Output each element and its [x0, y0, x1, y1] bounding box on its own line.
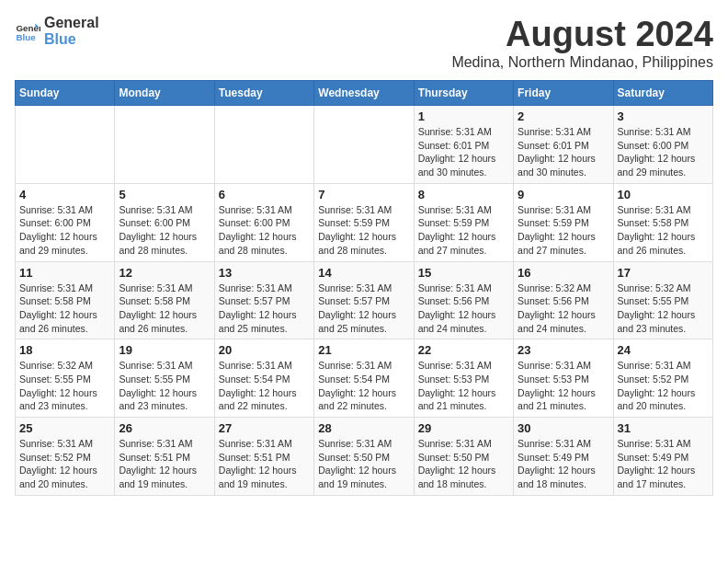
day-number: 5: [119, 188, 210, 201]
header-sunday: Sunday: [16, 81, 115, 106]
day-cell: 27Sunrise: 5:31 AM Sunset: 5:51 PM Dayli…: [214, 418, 313, 496]
week-row-1: 4Sunrise: 5:31 AM Sunset: 6:00 PM Daylig…: [16, 183, 713, 261]
day-number: 29: [418, 421, 509, 435]
day-number: 18: [19, 343, 110, 357]
day-number: 2: [518, 109, 609, 123]
day-number: 13: [219, 266, 310, 280]
day-number: 24: [618, 343, 709, 357]
logo-line2: Blue: [44, 31, 99, 48]
day-cell: 13Sunrise: 5:31 AM Sunset: 5:57 PM Dayli…: [214, 261, 313, 339]
day-detail: Sunrise: 5:31 AM Sunset: 6:00 PM Dayligh…: [19, 203, 110, 258]
day-cell: 17Sunrise: 5:32 AM Sunset: 5:55 PM Dayli…: [613, 261, 712, 339]
day-number: 20: [219, 343, 310, 357]
day-detail: Sunrise: 5:31 AM Sunset: 5:50 PM Dayligh…: [318, 437, 409, 491]
day-detail: Sunrise: 5:31 AM Sunset: 6:00 PM Dayligh…: [119, 203, 210, 258]
day-cell: 2Sunrise: 5:31 AM Sunset: 6:01 PM Daylig…: [514, 106, 613, 184]
week-row-2: 11Sunrise: 5:31 AM Sunset: 5:58 PM Dayli…: [16, 261, 713, 339]
day-cell: 28Sunrise: 5:31 AM Sunset: 5:50 PM Dayli…: [314, 418, 414, 496]
day-detail: Sunrise: 5:31 AM Sunset: 5:52 PM Dayligh…: [618, 359, 709, 413]
day-cell: 23Sunrise: 5:31 AM Sunset: 5:53 PM Dayli…: [514, 339, 613, 418]
day-detail: Sunrise: 5:32 AM Sunset: 5:55 PM Dayligh…: [618, 282, 709, 336]
day-detail: Sunrise: 5:31 AM Sunset: 5:59 PM Dayligh…: [418, 203, 509, 258]
calendar-body: 1Sunrise: 5:31 AM Sunset: 6:01 PM Daylig…: [16, 106, 713, 496]
day-detail: Sunrise: 5:31 AM Sunset: 5:57 PM Dayligh…: [219, 282, 310, 336]
day-detail: Sunrise: 5:31 AM Sunset: 6:01 PM Dayligh…: [418, 125, 509, 179]
day-detail: Sunrise: 5:31 AM Sunset: 5:59 PM Dayligh…: [518, 203, 609, 258]
day-number: 15: [418, 266, 509, 280]
day-cell: 6Sunrise: 5:31 AM Sunset: 6:00 PM Daylig…: [214, 183, 313, 261]
day-number: 19: [119, 343, 210, 357]
day-number: 9: [518, 188, 609, 201]
day-detail: Sunrise: 5:31 AM Sunset: 5:53 PM Dayligh…: [518, 359, 609, 413]
day-number: 14: [318, 266, 409, 280]
day-detail: Sunrise: 5:31 AM Sunset: 6:00 PM Dayligh…: [219, 203, 310, 258]
day-number: 6: [219, 188, 310, 201]
day-detail: Sunrise: 5:31 AM Sunset: 5:56 PM Dayligh…: [418, 282, 509, 336]
day-cell: [314, 106, 414, 184]
calendar-title: August 2024: [451, 15, 713, 54]
day-number: 1: [418, 109, 509, 123]
day-cell: 11Sunrise: 5:31 AM Sunset: 5:58 PM Dayli…: [16, 261, 115, 339]
day-number: 21: [318, 343, 409, 357]
day-number: 11: [19, 266, 110, 280]
day-cell: 9Sunrise: 5:31 AM Sunset: 5:59 PM Daylig…: [514, 183, 613, 261]
header-tuesday: Tuesday: [214, 81, 313, 106]
day-cell: 5Sunrise: 5:31 AM Sunset: 6:00 PM Daylig…: [115, 183, 214, 261]
day-cell: 19Sunrise: 5:31 AM Sunset: 5:55 PM Dayli…: [115, 339, 214, 418]
day-detail: Sunrise: 5:31 AM Sunset: 5:49 PM Dayligh…: [618, 437, 709, 491]
day-detail: Sunrise: 5:31 AM Sunset: 5:58 PM Dayligh…: [19, 282, 110, 336]
day-number: 10: [618, 188, 709, 201]
day-cell: [115, 106, 214, 184]
week-row-3: 18Sunrise: 5:32 AM Sunset: 5:55 PM Dayli…: [16, 339, 713, 418]
week-row-0: 1Sunrise: 5:31 AM Sunset: 6:01 PM Daylig…: [16, 106, 713, 184]
day-cell: 24Sunrise: 5:31 AM Sunset: 5:52 PM Dayli…: [613, 339, 712, 418]
day-cell: 8Sunrise: 5:31 AM Sunset: 5:59 PM Daylig…: [414, 183, 513, 261]
day-cell: 22Sunrise: 5:31 AM Sunset: 5:53 PM Dayli…: [414, 339, 513, 418]
day-cell: 18Sunrise: 5:32 AM Sunset: 5:55 PM Dayli…: [16, 339, 115, 418]
title-block: August 2024 Medina, Northern Mindanao, P…: [451, 15, 713, 71]
day-detail: Sunrise: 5:32 AM Sunset: 5:55 PM Dayligh…: [19, 359, 110, 413]
svg-text:Blue: Blue: [16, 32, 36, 42]
day-cell: 7Sunrise: 5:31 AM Sunset: 5:59 PM Daylig…: [314, 183, 414, 261]
day-number: 8: [418, 188, 509, 201]
day-number: 3: [618, 109, 709, 123]
day-cell: 10Sunrise: 5:31 AM Sunset: 5:58 PM Dayli…: [613, 183, 712, 261]
day-cell: [214, 106, 313, 184]
day-number: 4: [19, 188, 110, 201]
day-detail: Sunrise: 5:31 AM Sunset: 5:57 PM Dayligh…: [318, 282, 409, 336]
day-cell: 16Sunrise: 5:32 AM Sunset: 5:56 PM Dayli…: [514, 261, 613, 339]
day-detail: Sunrise: 5:31 AM Sunset: 5:50 PM Dayligh…: [418, 437, 509, 491]
day-cell: 30Sunrise: 5:31 AM Sunset: 5:49 PM Dayli…: [514, 418, 613, 496]
day-cell: 15Sunrise: 5:31 AM Sunset: 5:56 PM Dayli…: [414, 261, 513, 339]
day-number: 25: [19, 421, 110, 435]
week-row-4: 25Sunrise: 5:31 AM Sunset: 5:52 PM Dayli…: [16, 418, 713, 496]
day-number: 17: [618, 266, 709, 280]
day-number: 16: [518, 266, 609, 280]
day-cell: 20Sunrise: 5:31 AM Sunset: 5:54 PM Dayli…: [214, 339, 313, 418]
day-detail: Sunrise: 5:31 AM Sunset: 5:55 PM Dayligh…: [119, 359, 210, 413]
day-cell: 31Sunrise: 5:31 AM Sunset: 5:49 PM Dayli…: [613, 418, 712, 496]
day-number: 12: [119, 266, 210, 280]
day-cell: 14Sunrise: 5:31 AM Sunset: 5:57 PM Dayli…: [314, 261, 414, 339]
day-detail: Sunrise: 5:31 AM Sunset: 5:52 PM Dayligh…: [19, 437, 110, 491]
day-cell: 3Sunrise: 5:31 AM Sunset: 6:00 PM Daylig…: [613, 106, 712, 184]
day-cell: [16, 106, 115, 184]
header-friday: Friday: [514, 81, 613, 106]
day-number: 30: [518, 421, 609, 435]
day-detail: Sunrise: 5:31 AM Sunset: 6:01 PM Dayligh…: [518, 125, 609, 179]
calendar-table: Sunday Monday Tuesday Wednesday Thursday…: [15, 80, 713, 496]
day-number: 28: [318, 421, 409, 435]
day-cell: 21Sunrise: 5:31 AM Sunset: 5:54 PM Dayli…: [314, 339, 414, 418]
day-cell: 26Sunrise: 5:31 AM Sunset: 5:51 PM Dayli…: [115, 418, 214, 496]
day-detail: Sunrise: 5:31 AM Sunset: 5:58 PM Dayligh…: [119, 282, 210, 336]
day-number: 23: [518, 343, 609, 357]
day-detail: Sunrise: 5:31 AM Sunset: 5:54 PM Dayligh…: [219, 359, 310, 413]
day-detail: Sunrise: 5:31 AM Sunset: 5:51 PM Dayligh…: [119, 437, 210, 491]
day-cell: 29Sunrise: 5:31 AM Sunset: 5:50 PM Dayli…: [414, 418, 513, 496]
day-detail: Sunrise: 5:31 AM Sunset: 5:51 PM Dayligh…: [219, 437, 310, 491]
logo-icon: General Blue: [15, 18, 40, 44]
day-cell: 1Sunrise: 5:31 AM Sunset: 6:01 PM Daylig…: [414, 106, 513, 184]
day-number: 7: [318, 188, 409, 201]
day-number: 26: [119, 421, 210, 435]
day-detail: Sunrise: 5:32 AM Sunset: 5:56 PM Dayligh…: [518, 282, 609, 336]
